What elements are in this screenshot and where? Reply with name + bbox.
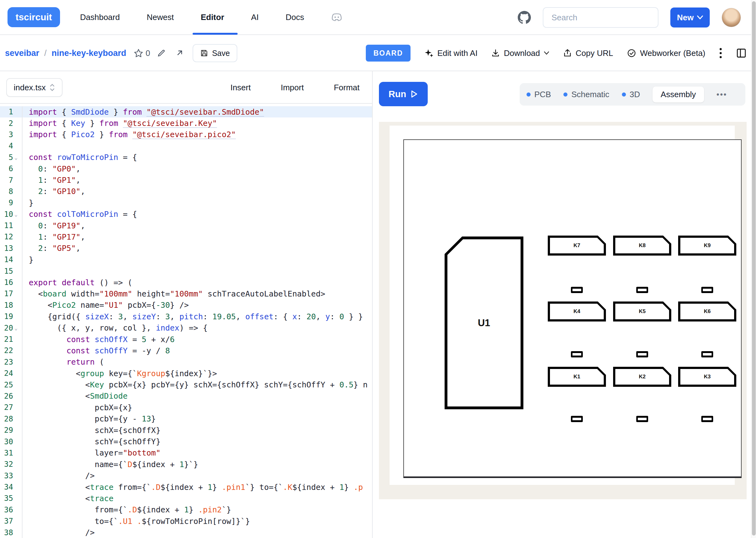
code-line-31[interactable]: 31 layer="bottom"	[0, 448, 372, 458]
code-line-30[interactable]: 30 schY={schOffY}	[0, 436, 372, 447]
star-button[interactable]: 0	[134, 48, 150, 58]
nav-docs[interactable]: Docs	[286, 13, 304, 22]
code-area[interactable]: 1import { SmdDiode } from "@tsci/seveiba…	[0, 104, 372, 538]
code-line-9[interactable]: 9}	[0, 197, 372, 208]
smd-diode[interactable]	[701, 416, 713, 422]
key-k9[interactable]: K9	[678, 236, 736, 255]
code-line-36[interactable]: 36 from={`.D${index + 1} .pin2`}	[0, 504, 372, 515]
github-icon[interactable]	[518, 11, 531, 24]
code-line-27[interactable]: 27 pcbX={x}	[0, 402, 372, 413]
rename-button[interactable]	[157, 49, 166, 58]
board-badge[interactable]: BOARD	[366, 45, 410, 62]
tab-assembly[interactable]: Assembly	[653, 86, 704, 102]
smd-diode[interactable]	[636, 416, 648, 422]
assembly-canvas[interactable]: U1 K7K8K9K4K5K6K1K2K3	[379, 122, 747, 499]
tab-3d[interactable]: 3D	[622, 90, 640, 99]
code-line-37[interactable]: 37 to={`.U1 .${rowToMicroPin[row]}`}	[0, 515, 372, 527]
key-k8[interactable]: K8	[613, 236, 671, 255]
code-line-14[interactable]: 14}	[0, 254, 372, 265]
code-line-8[interactable]: 8 2: "GP10",	[0, 186, 372, 197]
code-line-4[interactable]: 4	[0, 140, 372, 151]
smd-diode[interactable]	[636, 287, 648, 293]
breadcrumb-owner[interactable]: seveibar	[5, 48, 39, 58]
code-line-35[interactable]: 35 <trace	[0, 493, 372, 504]
key-k3[interactable]: K3	[678, 367, 736, 387]
tabs-more-button[interactable]: •••	[717, 90, 727, 99]
code-line-13[interactable]: 13 2: "GP5",	[0, 243, 372, 254]
new-button[interactable]: New	[670, 8, 710, 27]
code-line-19[interactable]: 19 {grid({ sizeX: 3, sizeY: 3, pitch: 19…	[0, 311, 372, 322]
breadcrumb-project[interactable]: nine-key-keyboard	[52, 48, 126, 58]
code-text: import { SmdDiode } from "@tsci/seveibar…	[23, 107, 372, 117]
menu-insert[interactable]: Insert	[230, 83, 251, 92]
smd-diode[interactable]	[701, 287, 713, 293]
code-line-34[interactable]: 34 <trace from={`.D${index + 1} .pin1`} …	[0, 481, 372, 493]
code-line-22[interactable]: 22 const schOffY = -y / 8	[0, 345, 372, 356]
fold-chevron-icon[interactable]: ⌄	[14, 154, 20, 161]
code-line-29[interactable]: 29 schX={schOffX}	[0, 425, 372, 436]
tscircuit-logo[interactable]: tscircuit	[8, 7, 60, 27]
code-line-25[interactable]: 25 <Key pcbX={x} pcbY={y} schX={schOffX}…	[0, 379, 372, 390]
code-line-12[interactable]: 12 1: "GP17",	[0, 231, 372, 242]
webworker-toggle[interactable]: Webworker (Beta)	[627, 48, 705, 58]
menu-format[interactable]: Format	[334, 83, 360, 92]
key-k7[interactable]: K7	[548, 236, 606, 255]
code-line-5[interactable]: 5⌄const rowToMicroPin = {	[0, 152, 372, 163]
code-line-15[interactable]: 15	[0, 265, 372, 277]
open-external-button[interactable]	[175, 49, 184, 58]
code-line-38[interactable]: 38 />	[0, 527, 372, 538]
code-line-24[interactable]: 24 <group key={`Kgroup${index}`}>	[0, 368, 372, 379]
smd-diode[interactable]	[701, 351, 713, 357]
page-scrollbar[interactable]	[751, 0, 756, 538]
code-line-32[interactable]: 32 name={`D${index + 1}`}	[0, 458, 372, 470]
nav-ai[interactable]: AI	[251, 13, 259, 22]
key-k5[interactable]: K5	[613, 301, 671, 321]
smd-diode[interactable]	[571, 351, 583, 357]
nav-dashboard[interactable]: Dashboard	[80, 13, 120, 22]
code-line-6[interactable]: 6 0: "GP0",	[0, 163, 372, 174]
nav-editor[interactable]: Editor	[201, 13, 224, 22]
nav-newest[interactable]: Newest	[146, 13, 174, 22]
code-line-10[interactable]: 10⌄const colToMicroPin = {	[0, 209, 372, 220]
save-button[interactable]: Save	[193, 44, 237, 62]
key-k6[interactable]: K6	[678, 301, 736, 321]
code-line-20[interactable]: 20⌄ ({ x, y, row, col }, index) => {	[0, 322, 372, 333]
copy-url-button[interactable]: Copy URL	[563, 48, 613, 58]
code-line-18[interactable]: 18 <Pico2 name="U1" pcbX={-30} />	[0, 299, 372, 311]
smd-diode[interactable]	[571, 416, 583, 422]
fold-chevron-icon[interactable]: ⌄	[14, 211, 20, 217]
discord-icon[interactable]	[331, 13, 342, 22]
key-k2[interactable]: K2	[613, 367, 671, 387]
code-line-1[interactable]: 1import { SmdDiode } from "@tsci/seveiba…	[0, 106, 372, 118]
avatar[interactable]	[722, 8, 741, 27]
code-text: 2: "GP5",	[23, 244, 372, 253]
code-line-23[interactable]: 23 return (	[0, 356, 372, 368]
code-line-26[interactable]: 26 <SmdDiode	[0, 391, 372, 402]
code-line-33[interactable]: 33 />	[0, 470, 372, 481]
code-line-16[interactable]: 16export default () => (	[0, 277, 372, 288]
tab-schematic[interactable]: Schematic	[563, 90, 609, 99]
code-line-17[interactable]: 17 <board width="100mm" height="100mm" s…	[0, 288, 372, 299]
code-line-7[interactable]: 7 1: "GP1",	[0, 174, 372, 186]
scrollbar-thumb[interactable]	[752, 1, 756, 535]
key-k4[interactable]: K4	[548, 301, 606, 321]
code-line-2[interactable]: 2import { Key } from "@tsci/seveibar.Key…	[0, 118, 372, 129]
key-k1[interactable]: K1	[548, 367, 606, 387]
tab-pcb[interactable]: PCB	[527, 90, 551, 99]
run-button[interactable]: Run	[379, 82, 428, 106]
code-line-11[interactable]: 11 0: "GP19",	[0, 220, 372, 231]
code-line-3[interactable]: 3import { Pico2 } from "@tsci/seveibar.p…	[0, 129, 372, 140]
smd-diode[interactable]	[636, 351, 648, 357]
chip-u1[interactable]: U1	[444, 237, 523, 409]
panel-layout-button[interactable]	[736, 48, 747, 58]
fold-chevron-icon[interactable]: ⌄	[14, 325, 20, 331]
download-button[interactable]: Download	[491, 48, 549, 58]
file-select[interactable]: index.tsx	[6, 78, 63, 97]
code-line-21[interactable]: 21 const schOffX = 5 + x/6	[0, 334, 372, 345]
search-input[interactable]	[543, 7, 659, 28]
smd-diode[interactable]	[571, 287, 583, 293]
more-options-button[interactable]	[719, 47, 722, 59]
edit-with-ai-button[interactable]: Edit with AI	[424, 48, 478, 58]
menu-import[interactable]: Import	[281, 83, 304, 92]
code-line-28[interactable]: 28 pcbY={y - 13}	[0, 413, 372, 425]
